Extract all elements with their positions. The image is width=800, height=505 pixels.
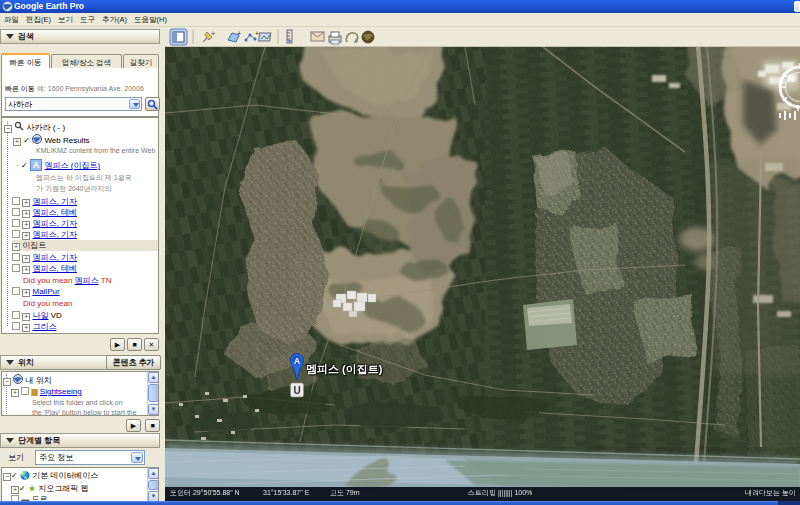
svg-text:+: + [255,30,259,37]
svg-text:+: + [211,30,215,37]
svg-text:+: + [237,30,241,37]
svg-text:U: U [293,385,300,396]
svg-text:N: N [788,74,795,84]
svg-text:A: A [294,356,300,366]
